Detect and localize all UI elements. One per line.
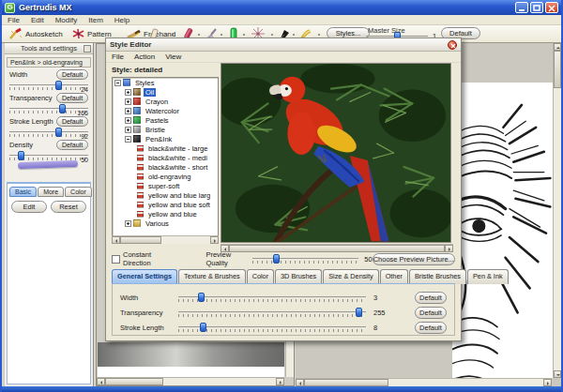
tab-other[interactable]: Other <box>380 269 408 284</box>
tree-item-penink[interactable]: Pen&Ink <box>113 134 218 143</box>
panel-menu-icon[interactable] <box>84 45 91 53</box>
tab-general-settings[interactable]: General Settings <box>112 269 177 284</box>
dropdown-dot-icon[interactable] <box>221 34 222 36</box>
scrollbar-thumb[interactable] <box>105 378 163 385</box>
expand-icon[interactable] <box>125 127 131 133</box>
scroll-left-icon[interactable] <box>97 378 105 385</box>
dropdown-dot-icon[interactable] <box>198 34 200 36</box>
width-default-button[interactable]: Default <box>415 292 447 304</box>
tree-item-yellow-blue-large[interactable]: yellow and blue larg <box>113 190 218 200</box>
scrollbar-thumb[interactable] <box>229 245 445 252</box>
tree-item-oil[interactable]: Oil <box>113 87 218 97</box>
dropdown-dot-icon[interactable] <box>293 34 295 36</box>
expand-icon[interactable] <box>125 108 131 114</box>
transparency-default-button[interactable]: Default <box>56 93 88 103</box>
title-bar[interactable]: G Gertrudis MX <box>2 0 561 15</box>
scroll-up-icon[interactable] <box>554 43 561 51</box>
scrollbar-thumb[interactable] <box>120 236 161 244</box>
transparency-slider[interactable] <box>178 307 366 318</box>
scroll-down-icon[interactable] <box>554 370 561 378</box>
tree-item-crayon[interactable]: Crayon <box>113 97 218 106</box>
tab-color[interactable]: Color <box>247 269 274 284</box>
restore-button[interactable] <box>530 2 543 13</box>
scrollbar-thumb[interactable] <box>554 51 561 88</box>
preview-quality-slider[interactable] <box>252 253 358 264</box>
slider-thumb[interactable] <box>200 323 206 332</box>
tab-texture-brushes[interactable]: Texture & Brushes <box>178 269 246 284</box>
menu-modify[interactable]: Modify <box>55 16 78 24</box>
slider-thumb[interactable] <box>198 293 205 302</box>
tab-more[interactable]: More <box>38 187 64 197</box>
dropdown-dot-icon[interactable] <box>271 34 273 36</box>
slider-thumb[interactable] <box>55 128 62 137</box>
stroke-length-slider[interactable] <box>9 127 88 135</box>
expand-icon[interactable] <box>125 220 131 227</box>
scroll-right-icon[interactable] <box>210 236 219 244</box>
tab-basic[interactable]: Basic <box>9 187 37 197</box>
horizontal-scrollbar[interactable] <box>296 378 552 386</box>
tools-panel-header[interactable]: Tools and settings <box>5 43 93 54</box>
tab-pen-ink[interactable]: Pen & Ink <box>467 269 509 284</box>
slider-thumb[interactable] <box>273 254 280 264</box>
tree-item-old-engraving[interactable]: old-engraving <box>113 172 218 181</box>
stroke-length-default-button[interactable]: Default <box>415 322 447 334</box>
menu-item[interactable]: Item <box>88 16 103 24</box>
tree-item-bristle[interactable]: Bristle <box>113 125 218 134</box>
width-slider[interactable] <box>9 80 88 88</box>
expand-icon[interactable] <box>125 98 131 105</box>
stroke-length-default-button[interactable]: Default <box>56 116 88 127</box>
tab-size-density[interactable]: Size & Density <box>323 269 378 284</box>
preview-horizontal-scrollbar[interactable] <box>221 244 453 252</box>
menu-help[interactable]: Help <box>114 16 129 24</box>
reset-button[interactable]: Reset <box>51 201 86 213</box>
slider-thumb[interactable] <box>356 308 362 317</box>
tree-item-various[interactable]: Various <box>113 219 218 228</box>
collapse-icon[interactable] <box>125 136 131 143</box>
density-slider[interactable] <box>9 150 88 158</box>
scroll-right-icon[interactable] <box>543 379 552 386</box>
dialog-menu-file[interactable]: File <box>112 53 124 61</box>
tree-item-bw-large[interactable]: black&white - large <box>113 143 218 153</box>
dropdown-dot-icon[interactable] <box>318 34 320 36</box>
scroll-right-icon[interactable] <box>445 245 453 252</box>
minimize-button[interactable] <box>515 2 528 13</box>
density-default-button[interactable]: Default <box>56 140 88 150</box>
horizontal-scrollbar[interactable] <box>97 377 284 385</box>
tree-item-bw-medium[interactable]: black&white - medi <box>113 153 218 162</box>
constant-direction-checkbox[interactable] <box>112 255 120 264</box>
autosketch-button[interactable]: Autosketch <box>5 26 67 41</box>
menu-edit[interactable]: Edit <box>31 16 44 24</box>
expand-icon[interactable] <box>125 89 131 96</box>
dropdown-dot-icon[interactable] <box>172 34 174 36</box>
scroll-left-icon[interactable] <box>296 379 304 386</box>
scroll-left-icon[interactable] <box>112 236 120 244</box>
tab-3d-brushes[interactable]: 3D Brushes <box>275 269 322 284</box>
tree-item-yellow-blue-soft[interactable]: yellow and blue soft <box>113 200 218 209</box>
transparency-default-button[interactable]: Default <box>415 307 447 319</box>
dialog-menu-view[interactable]: View <box>165 53 181 61</box>
tree-item-pastels[interactable]: Pastels <box>113 115 218 125</box>
scroll-right-icon[interactable] <box>276 378 284 385</box>
tree-item-bw-short[interactable]: black&white - short <box>113 162 218 172</box>
dialog-title-bar[interactable]: Style Editor <box>106 38 461 52</box>
collapse-icon[interactable] <box>114 80 121 86</box>
tree-item-yellow-blue[interactable]: yellow and blue <box>113 209 218 219</box>
width-default-button[interactable]: Default <box>56 69 88 80</box>
close-button[interactable] <box>545 2 558 13</box>
dialog-close-button[interactable] <box>448 40 457 50</box>
edit-button[interactable]: Edit <box>11 201 47 213</box>
menu-file[interactable]: File <box>8 16 20 24</box>
expand-icon[interactable] <box>125 117 131 124</box>
stroke-length-slider[interactable] <box>178 322 366 333</box>
sketch-canvas[interactable] <box>452 83 556 378</box>
slider-thumb[interactable] <box>18 151 24 160</box>
tree-item-styles[interactable]: Styles <box>113 78 218 87</box>
dropdown-dot-icon[interactable] <box>243 34 245 36</box>
slider-thumb[interactable] <box>59 104 66 113</box>
tree-item-watercolor[interactable]: Watercolor <box>113 106 218 115</box>
scrollbar-thumb[interactable] <box>304 379 388 386</box>
tab-color[interactable]: Color <box>65 187 92 197</box>
tree-item-super-soft[interactable]: super-soft <box>113 181 218 190</box>
tree-horizontal-scrollbar[interactable] <box>112 235 219 244</box>
choose-preview-picture-button[interactable]: Choose Preview Picture... <box>373 253 455 265</box>
